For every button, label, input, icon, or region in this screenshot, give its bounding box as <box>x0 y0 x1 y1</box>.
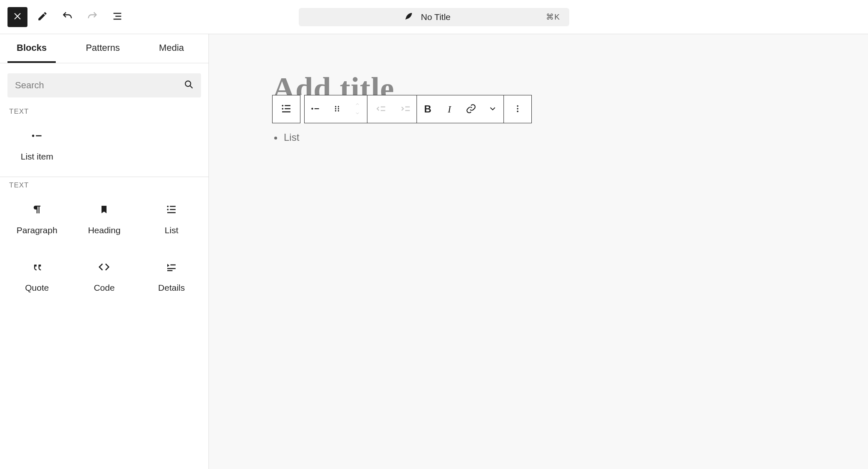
svg-rect-7 <box>167 212 176 213</box>
chevron-down-icon <box>488 104 497 115</box>
svg-point-13 <box>282 108 283 110</box>
svg-rect-4 <box>170 206 176 207</box>
search-icon <box>184 79 194 92</box>
svg-point-26 <box>517 110 518 112</box>
block-mover[interactable] <box>348 95 367 123</box>
undo-icon <box>62 10 73 23</box>
search-input[interactable] <box>14 80 184 91</box>
indent-button <box>395 95 417 123</box>
list-icon <box>280 102 293 116</box>
undo-button[interactable] <box>57 7 77 27</box>
search-blocks[interactable] <box>7 73 201 97</box>
svg-point-18 <box>335 106 336 107</box>
list-icon <box>163 201 180 218</box>
document-title: No Title <box>421 12 451 22</box>
document-overview-button[interactable] <box>107 7 127 27</box>
header-left <box>7 7 127 27</box>
svg-point-21 <box>338 108 339 109</box>
block-details[interactable]: Details <box>138 254 205 297</box>
feather-icon <box>404 11 414 23</box>
indent-icon <box>400 103 411 115</box>
more-rich-text-button[interactable] <box>482 95 503 123</box>
svg-rect-6 <box>170 209 176 210</box>
bold-icon: B <box>424 103 431 115</box>
tab-blocks[interactable]: Blocks <box>7 34 56 63</box>
svg-point-1 <box>32 135 34 137</box>
bold-button[interactable]: B <box>417 95 439 123</box>
block-list[interactable]: List <box>138 197 205 239</box>
svg-point-23 <box>338 110 339 111</box>
code-icon <box>96 259 112 275</box>
svg-rect-17 <box>315 108 319 109</box>
ordered-list-button[interactable] <box>326 95 348 123</box>
block-label: Quote <box>25 283 49 293</box>
block-inserter-panel: Blocks Patterns Media TEXT <box>0 34 209 469</box>
list-block[interactable]: List <box>272 132 299 143</box>
block-label: Code <box>94 283 114 293</box>
command-center[interactable]: No Title ⌘K <box>299 8 569 26</box>
tools-button[interactable] <box>32 7 52 27</box>
tab-patterns[interactable]: Patterns <box>77 34 129 63</box>
editor-canvas[interactable]: Add title <box>209 34 868 469</box>
block-paragraph[interactable]: Paragraph <box>3 197 71 239</box>
list-view-icon <box>112 10 123 23</box>
unordered-list-button[interactable] <box>305 95 326 123</box>
redo-button <box>82 7 102 27</box>
block-grid-text: Paragraph Heading List Quote <box>0 190 208 308</box>
block-label: Details <box>158 283 185 293</box>
svg-point-24 <box>517 105 518 107</box>
block-toolbar: B I <box>272 95 532 123</box>
tab-media[interactable]: Media <box>150 34 193 63</box>
svg-point-22 <box>335 110 336 111</box>
block-heading[interactable]: Heading <box>71 197 138 239</box>
bullet-list-icon <box>310 103 321 115</box>
link-button[interactable] <box>460 95 482 123</box>
redo-icon <box>87 10 98 23</box>
italic-button[interactable]: I <box>439 95 460 123</box>
quote-icon <box>29 259 45 275</box>
section-label: TEXT <box>0 103 208 116</box>
close-editor-button[interactable] <box>7 7 27 27</box>
block-quote[interactable]: Quote <box>3 254 71 297</box>
app-header: No Title ⌘K <box>0 0 868 34</box>
block-label: Heading <box>88 225 120 235</box>
bookmark-icon <box>96 201 112 218</box>
block-label: List <box>165 225 179 235</box>
svg-point-11 <box>282 105 283 106</box>
svg-point-25 <box>517 108 518 110</box>
link-icon <box>466 103 476 115</box>
block-grid-suggested: List item <box>0 116 208 177</box>
keyboard-hint: ⌘K <box>546 12 560 22</box>
svg-point-0 <box>185 81 191 86</box>
details-icon <box>163 259 180 275</box>
italic-icon: I <box>448 104 451 115</box>
more-vertical-icon <box>513 104 522 115</box>
block-label: List item <box>21 152 53 162</box>
block-code[interactable]: Code <box>71 254 138 297</box>
close-icon <box>12 11 22 22</box>
svg-rect-8 <box>171 264 176 266</box>
chevron-down-icon <box>354 110 361 117</box>
block-type-button[interactable] <box>273 95 300 123</box>
chevron-up-icon <box>354 101 361 108</box>
outdent-button <box>367 95 395 123</box>
svg-rect-10 <box>167 270 173 272</box>
svg-rect-12 <box>285 105 290 106</box>
block-list-item[interactable]: List item <box>3 123 71 166</box>
svg-point-5 <box>167 209 169 210</box>
outdent-icon <box>376 103 387 115</box>
svg-point-3 <box>167 206 169 207</box>
section-label: TEXT <box>0 177 208 190</box>
svg-rect-2 <box>36 135 41 137</box>
svg-point-16 <box>311 107 313 109</box>
svg-rect-14 <box>285 108 290 109</box>
block-options-button[interactable] <box>504 95 531 123</box>
svg-rect-15 <box>282 111 290 112</box>
svg-point-20 <box>335 108 336 109</box>
list-item-icon <box>29 127 45 144</box>
list-item-placeholder[interactable]: List <box>283 132 299 143</box>
block-label: Paragraph <box>17 225 57 235</box>
grid-handle-icon <box>333 105 341 114</box>
main: Blocks Patterns Media TEXT <box>0 34 868 469</box>
svg-rect-9 <box>167 268 176 269</box>
